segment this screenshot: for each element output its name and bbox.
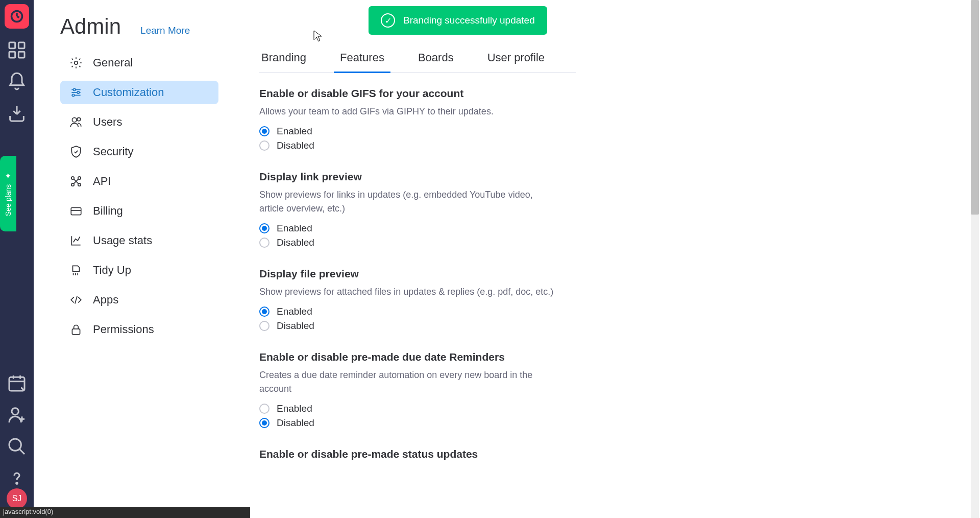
- svg-point-28: [71, 183, 74, 186]
- svg-line-15: [19, 449, 24, 454]
- sidebar-item-label: Security: [93, 145, 133, 158]
- radio-option[interactable]: Disabled: [259, 320, 555, 332]
- radio-option[interactable]: Enabled: [259, 306, 555, 317]
- radio-option[interactable]: Enabled: [259, 403, 555, 414]
- setting-group: Enable or disable pre-made due date Remi…: [259, 351, 555, 429]
- see-plans-label: See plans: [4, 184, 12, 216]
- sidebar-item-billing[interactable]: Billing: [60, 199, 218, 223]
- toast-message: Branding successfully updated: [403, 15, 535, 26]
- scrollbar-thumb[interactable]: [971, 0, 979, 215]
- tab-bar: Branding Features Boards User profile: [259, 51, 576, 73]
- tab-content-region: Branding Features Boards User profile En…: [259, 51, 576, 480]
- radio-button[interactable]: [259, 126, 270, 136]
- svg-point-17: [75, 61, 78, 65]
- svg-rect-3: [9, 42, 15, 49]
- check-circle-icon: ✓: [381, 13, 395, 28]
- calendar-icon[interactable]: [7, 373, 27, 393]
- sidebar-item-label: Apps: [93, 293, 118, 307]
- svg-point-25: [77, 117, 81, 121]
- radio-button[interactable]: [259, 404, 270, 414]
- tab-boards[interactable]: Boards: [416, 51, 456, 73]
- help-icon[interactable]: [7, 468, 27, 488]
- sidebar-item-api[interactable]: API: [60, 170, 218, 193]
- setting-description: Show previews for attached files in upda…: [259, 285, 555, 299]
- radio-label: Disabled: [277, 417, 314, 429]
- svg-line-37: [75, 296, 77, 303]
- sidebar-item-tidy-up[interactable]: Tidy Up: [60, 258, 218, 282]
- sidebar-item-usage-stats[interactable]: Usage stats: [60, 229, 218, 252]
- sidebar-item-permissions[interactable]: Permissions: [60, 318, 218, 341]
- invite-icon[interactable]: [7, 405, 27, 425]
- status-bar: javascript:void(0): [0, 507, 250, 518]
- radio-button[interactable]: [259, 321, 270, 331]
- avatar[interactable]: SJ: [7, 488, 27, 509]
- left-rail: SJ: [0, 0, 34, 518]
- shredder-icon: [69, 264, 83, 277]
- sparkle-icon: ✦: [5, 171, 12, 181]
- sidebar-item-security[interactable]: Security: [60, 140, 218, 163]
- app-logo[interactable]: [5, 4, 29, 29]
- notifications-icon[interactable]: [7, 72, 27, 92]
- radio-button[interactable]: [259, 238, 270, 248]
- gear-icon: [69, 56, 83, 69]
- radio-button[interactable]: [259, 307, 270, 317]
- sidebar-nav: General Customization Users Security API…: [60, 51, 234, 480]
- chart-icon: [69, 234, 83, 247]
- svg-point-21: [77, 91, 79, 93]
- success-toast: ✓ Branding successfully updated: [369, 6, 547, 35]
- radio-button[interactable]: [259, 418, 270, 428]
- sidebar-item-users[interactable]: Users: [60, 110, 218, 134]
- radio-option[interactable]: Disabled: [259, 237, 555, 248]
- setting-description: Creates a due date reminder automation o…: [259, 368, 555, 396]
- radio-option[interactable]: Enabled: [259, 126, 555, 137]
- sidebar-item-general[interactable]: General: [60, 51, 218, 75]
- sidebar-item-label: Users: [93, 115, 122, 129]
- settings-list: Enable or disable GIFS for your accountA…: [259, 87, 555, 460]
- tab-user-profile[interactable]: User profile: [485, 51, 547, 73]
- setting-title: Enable or disable pre-made status update…: [259, 448, 555, 460]
- sidebar-item-label: Customization: [93, 86, 164, 99]
- learn-more-link[interactable]: Learn More: [140, 25, 190, 36]
- radio-label: Disabled: [277, 140, 314, 151]
- svg-point-23: [72, 94, 74, 96]
- sidebar-item-apps[interactable]: Apps: [60, 288, 218, 312]
- svg-point-29: [78, 183, 81, 186]
- svg-line-2: [17, 16, 19, 17]
- radio-label: Enabled: [277, 223, 312, 234]
- svg-point-19: [74, 88, 76, 90]
- radio-option[interactable]: Disabled: [259, 140, 555, 151]
- sidebar-item-label: Permissions: [93, 323, 154, 336]
- sidebar-item-customization[interactable]: Customization: [60, 81, 218, 104]
- tab-features[interactable]: Features: [338, 51, 386, 73]
- svg-point-14: [9, 439, 21, 451]
- sidebar-item-label: Usage stats: [93, 234, 152, 247]
- svg-point-16: [16, 483, 18, 484]
- svg-point-26: [71, 177, 74, 179]
- lock-icon: [69, 323, 83, 336]
- users-icon: [69, 115, 83, 129]
- see-plans-button[interactable]: See plans ✦: [0, 156, 16, 231]
- api-icon: [69, 175, 83, 188]
- setting-title: Display file preview: [259, 268, 555, 280]
- radio-label: Enabled: [277, 403, 312, 414]
- radio-label: Disabled: [277, 320, 314, 332]
- sidebar-item-label: Billing: [93, 204, 123, 218]
- tab-branding[interactable]: Branding: [259, 51, 308, 73]
- radio-button[interactable]: [259, 223, 270, 233]
- svg-point-11: [12, 408, 18, 415]
- radio-option[interactable]: Enabled: [259, 223, 555, 234]
- workspace-icon[interactable]: [7, 40, 27, 60]
- radio-label: Disabled: [277, 237, 314, 248]
- search-icon[interactable]: [7, 436, 27, 457]
- setting-group: Display link previewShow previews for li…: [259, 171, 555, 248]
- setting-group: Display file previewShow previews for at…: [259, 268, 555, 332]
- svg-rect-32: [71, 208, 81, 215]
- inbox-icon[interactable]: [7, 103, 27, 124]
- sidebar-item-label: Tidy Up: [93, 264, 131, 277]
- svg-rect-4: [18, 42, 24, 49]
- radio-label: Enabled: [277, 126, 312, 137]
- radio-option[interactable]: Disabled: [259, 417, 555, 429]
- setting-description: Show previews for links in updates (e.g.…: [259, 188, 555, 216]
- setting-title: Enable or disable GIFS for your account: [259, 87, 555, 100]
- radio-button[interactable]: [259, 140, 270, 151]
